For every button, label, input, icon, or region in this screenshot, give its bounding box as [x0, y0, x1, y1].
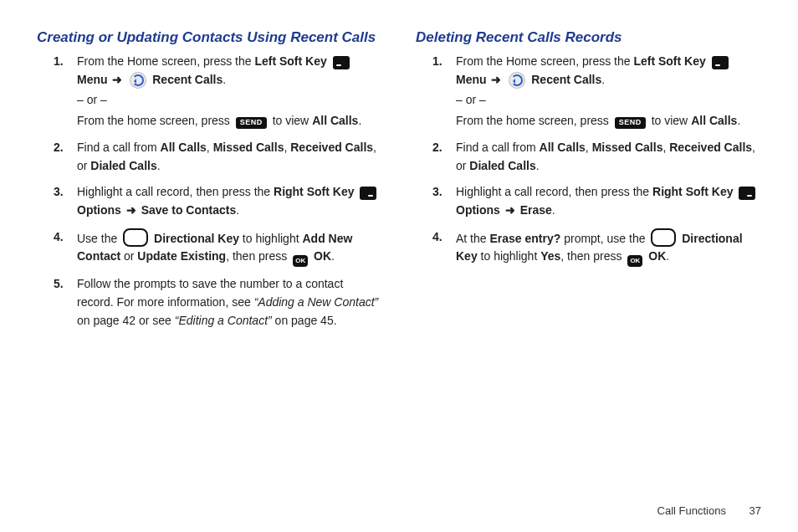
right-step-2: Find a call from All Calls, Missed Calls… — [456, 139, 761, 175]
bold: Recent Calls — [152, 73, 223, 86]
text: or — [120, 249, 137, 263]
text: Use the — [77, 232, 120, 245]
bold: Left Soft Key — [633, 54, 705, 68]
bold: Update Existing — [137, 249, 226, 263]
bold: Missed Calls — [592, 141, 663, 154]
ok-key-icon: OK — [293, 255, 308, 267]
left-step-2: Find a call from All Calls, Missed Calls… — [77, 139, 382, 175]
left-soft-key-icon — [333, 56, 350, 69]
bold: Menu — [77, 73, 108, 86]
right-step-4: At the Erase entry? prompt, use the Dire… — [456, 228, 761, 268]
bold: Dialed Calls — [90, 159, 156, 172]
bold: All Calls — [540, 141, 586, 154]
cross-ref: “Adding a New Contact” — [254, 295, 379, 309]
text: to highlight — [239, 232, 303, 245]
bold: Options — [77, 203, 121, 217]
or-divider: – or – — [77, 91, 382, 110]
ok-key-icon: OK — [627, 255, 642, 267]
bold: Recent Calls — [531, 73, 601, 86]
bold: Directional Key — [154, 232, 239, 245]
text: From the Home screen, press the — [77, 54, 254, 68]
left-step-1: From the Home screen, press the Left Sof… — [77, 53, 382, 130]
text: , — [207, 141, 213, 154]
right-soft-key-icon — [360, 187, 376, 200]
text: . — [666, 249, 669, 263]
text: . — [157, 159, 161, 172]
text: to highlight — [478, 249, 541, 263]
bold: Erase entry? — [489, 232, 560, 245]
arrow-icon: ➜ — [112, 73, 122, 86]
cross-ref: “Editing a Contact” — [175, 314, 272, 327]
bold: Missed Calls — [213, 141, 284, 154]
text: Find a call from — [77, 141, 161, 154]
left-step-3: Highlight a call record, then press the … — [77, 183, 382, 219]
text: Find a call from — [456, 141, 540, 154]
send-key-icon: SEND — [236, 117, 267, 129]
arrow-icon: ➜ — [491, 73, 501, 86]
left-heading: Creating or Updating Contacts Using Rece… — [37, 28, 382, 46]
text: on page 45. — [272, 314, 337, 327]
bold: Yes — [540, 249, 560, 263]
right-soft-key-icon — [739, 187, 755, 200]
bold: All Calls — [312, 114, 358, 127]
text: At the — [456, 232, 489, 245]
text: . — [331, 249, 335, 263]
arrow-icon: ➜ — [505, 203, 515, 217]
text: . — [236, 203, 239, 217]
text: From the home screen, press — [77, 114, 233, 127]
left-step-4: Use the Directional Key to highlight Add… — [77, 228, 382, 268]
text: to view — [273, 114, 312, 127]
text: . — [737, 114, 740, 127]
right-step-3: Highlight a call record, then press the … — [456, 183, 761, 219]
text: . — [536, 159, 540, 172]
right-steps: From the Home screen, press the Left Sof… — [416, 53, 761, 267]
send-key-icon: SEND — [615, 117, 646, 129]
text: to view — [652, 114, 691, 127]
bold: Received Calls — [669, 141, 752, 154]
page-footer: Call Functions 37 — [37, 498, 761, 532]
bold: Received Calls — [290, 141, 373, 154]
bold: Left Soft Key — [254, 54, 326, 68]
two-column-layout: Creating or Updating Contacts Using Rece… — [37, 28, 761, 498]
bold: OK — [314, 249, 331, 263]
text: Highlight a call record, then press the — [456, 185, 652, 198]
text: , — [586, 141, 592, 154]
right-heading: Deleting Recent Calls Records — [416, 28, 761, 46]
text: , then press — [560, 249, 625, 263]
bold: Menu — [456, 73, 487, 86]
recent-calls-icon — [130, 72, 146, 89]
bold: Right Soft Key — [652, 185, 733, 198]
text: From the home screen, press — [456, 114, 612, 127]
text: . — [358, 114, 361, 127]
text: on page 42 or see — [77, 314, 175, 327]
bold: OK — [648, 249, 666, 263]
bold: Save to Contacts — [141, 203, 237, 217]
footer-page-number: 37 — [749, 504, 761, 517]
text: From the Home screen, press the — [456, 54, 633, 68]
bold: Right Soft Key — [274, 185, 354, 198]
left-soft-key-icon — [712, 56, 729, 69]
arrow-icon: ➜ — [126, 203, 136, 217]
text: , then press — [226, 249, 290, 263]
bold: Options — [456, 203, 500, 217]
bold: All Calls — [161, 141, 207, 154]
directional-key-icon — [651, 228, 676, 247]
right-step-1: From the Home screen, press the Left Sof… — [456, 53, 761, 130]
left-step-5: Follow the prompts to save the number to… — [77, 275, 382, 330]
text: Highlight a call record, then press the — [77, 185, 274, 198]
bold: Dialed Calls — [469, 159, 535, 172]
left-column: Creating or Updating Contacts Using Rece… — [37, 28, 382, 498]
bold: Erase — [520, 203, 552, 217]
bold: All Calls — [691, 114, 737, 127]
text: prompt, use the — [560, 232, 648, 245]
footer-section-name: Call Functions — [657, 504, 726, 517]
page: Creating or Updating Contacts Using Rece… — [0, 0, 798, 532]
right-column: Deleting Recent Calls Records From the H… — [416, 28, 761, 498]
recent-calls-icon — [509, 72, 525, 89]
left-steps: From the Home screen, press the Left Sof… — [37, 53, 382, 330]
text: . — [552, 203, 555, 217]
or-divider: – or – — [456, 91, 761, 110]
directional-key-icon — [123, 228, 148, 247]
